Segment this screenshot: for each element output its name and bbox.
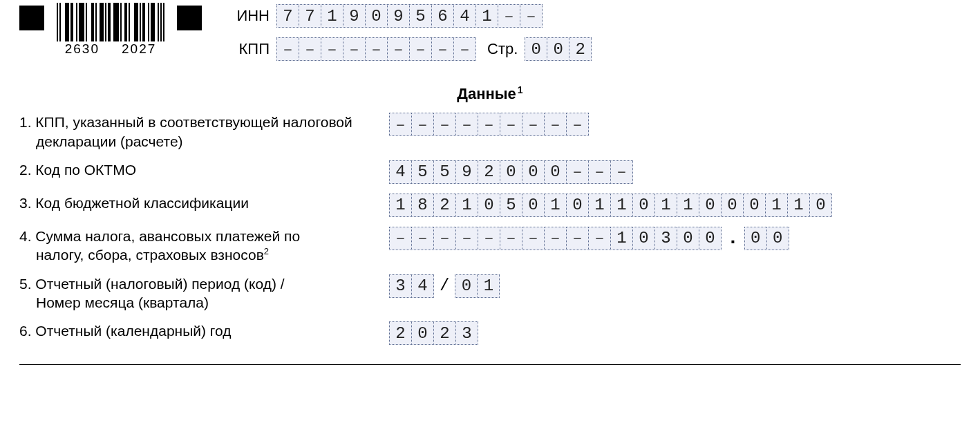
header: 2630 2027 ИНН 7719095641–– КПП –––––––––… [19, 3, 961, 61]
cell: – [431, 37, 454, 61]
cell: 3 [389, 274, 412, 298]
cell: 0 [365, 4, 388, 28]
cell: 0 [478, 194, 500, 217]
kpp-cells: ––––––––– [276, 37, 476, 61]
barcode-number: 2630 2027 [65, 41, 157, 57]
row-3-label: 3. Код бюджетной классификации [19, 194, 389, 212]
cell: – [566, 113, 589, 136]
cell: 3 [654, 227, 677, 250]
cell: 0 [411, 321, 434, 345]
cell: – [411, 113, 434, 136]
cell: – [478, 227, 500, 250]
cell: 4 [411, 274, 434, 298]
cell: 0 [721, 194, 744, 217]
cell: – [455, 227, 478, 250]
page-cells: 002 [525, 37, 592, 61]
cell: – [365, 37, 388, 61]
inn-cells: 7719095641–– [276, 4, 543, 28]
cell: 4 [389, 160, 412, 184]
cell: – [455, 113, 478, 136]
row-6-label: 6. Отчетный (календарный) год [19, 321, 389, 340]
cell: 0 [632, 194, 655, 217]
row-5-label: 5. Отчетный (налоговый) период (код) / Н… [19, 274, 389, 312]
cell: – [522, 227, 545, 250]
bottom-rule [19, 364, 961, 365]
page-label: Стр. [487, 40, 518, 58]
cell: – [498, 4, 520, 28]
cell: 1 [677, 194, 699, 217]
cell: 5 [500, 194, 522, 217]
cell: 1 [610, 194, 633, 217]
cell: – [500, 227, 522, 250]
cell: 0 [522, 194, 545, 217]
cell: 0 [566, 194, 589, 217]
cell: – [411, 227, 434, 250]
cell: 2 [433, 194, 456, 217]
cell: 2 [433, 321, 456, 345]
row-1-value: ––––––––– [389, 113, 961, 136]
cell: 1 [544, 194, 567, 217]
cell: – [588, 227, 611, 250]
kpp-line: КПП ––––––––– Стр. 002 [229, 37, 592, 61]
cell: 2 [389, 321, 412, 345]
cell: 9 [343, 4, 366, 28]
barcode: 2630 2027 [57, 3, 164, 57]
cell: 1 [765, 194, 788, 217]
slash-sep: / [438, 276, 451, 295]
cell: 0 [632, 227, 655, 250]
cell: – [478, 113, 500, 136]
cell: 0 [699, 194, 722, 217]
cell: 8 [411, 194, 434, 217]
cell: 0 [525, 37, 547, 61]
cell: 0 [500, 160, 522, 184]
decimal-dot: . [726, 227, 740, 249]
cell: 5 [409, 4, 432, 28]
cell: 1 [475, 4, 498, 28]
cell: – [433, 113, 456, 136]
cell: 0 [677, 227, 699, 250]
cell: 7 [276, 4, 299, 28]
cell: 1 [389, 194, 412, 217]
cell: – [453, 37, 476, 61]
cell: 0 [547, 37, 569, 61]
cell: 5 [433, 160, 456, 184]
cell: – [588, 160, 611, 184]
cell: 0 [744, 227, 767, 250]
cell: 1 [588, 194, 611, 217]
cell: – [409, 37, 432, 61]
cell: 9 [387, 4, 410, 28]
cell: 9 [455, 160, 478, 184]
cell: 1 [477, 274, 500, 298]
cell: – [389, 227, 412, 250]
cell: – [343, 37, 366, 61]
marker-square-left [19, 6, 44, 30]
cell: – [321, 37, 343, 61]
barcode-bars [57, 3, 164, 41]
inn-label: ИНН [229, 7, 270, 25]
cell: 1 [610, 227, 633, 250]
cell: 0 [544, 160, 567, 184]
cell: 0 [766, 227, 789, 250]
row-3-value: 18210501011011000110 [389, 194, 961, 217]
cell: 1 [654, 194, 677, 217]
cell: 1 [455, 194, 478, 217]
cell: 0 [699, 227, 722, 250]
row-1-label: 1. КПП, указанный в соответствующей нало… [19, 113, 389, 151]
cell: – [500, 113, 522, 136]
cell: – [544, 113, 567, 136]
cell: 7 [299, 4, 321, 28]
cell: – [544, 227, 567, 250]
cell: – [566, 227, 589, 250]
cell: 2 [478, 160, 500, 184]
id-block: ИНН 7719095641–– КПП ––––––––– Стр. 002 [229, 3, 592, 61]
cell: 5 [411, 160, 434, 184]
row-5-value: 34 / 01 [389, 274, 961, 298]
cell: 0 [522, 160, 545, 184]
cell: 3 [455, 321, 478, 345]
row-2-value: 45592000––– [389, 160, 961, 184]
kpp-label: КПП [229, 40, 270, 58]
cell: 6 [431, 4, 454, 28]
cell: 4 [453, 4, 476, 28]
row-4-label: 4. Сумма налога, авансовых платежей по н… [19, 227, 389, 265]
data-grid: 1. КПП, указанный в соответствующей нало… [19, 113, 961, 345]
